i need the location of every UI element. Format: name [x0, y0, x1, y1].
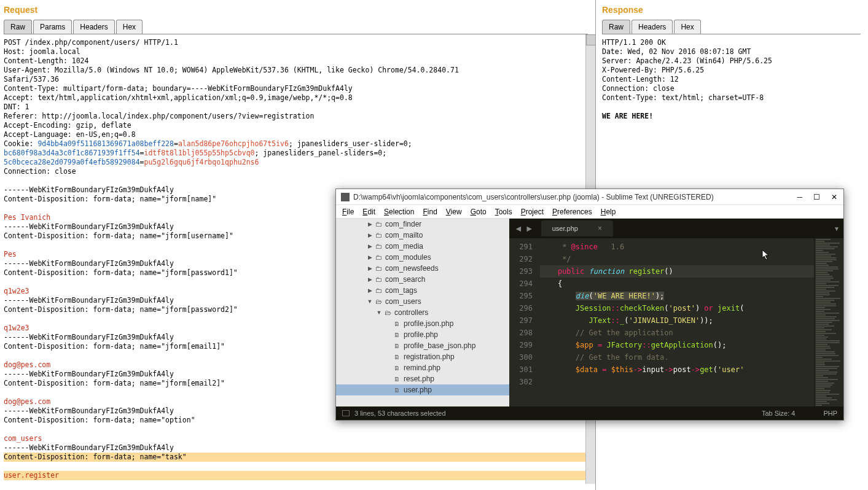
- file-icon: [393, 375, 401, 383]
- file-icon: [393, 342, 401, 349]
- folder-icon: [374, 231, 383, 239]
- expand-arrow-icon[interactable]: ▶: [367, 243, 373, 249]
- expand-arrow-icon[interactable]: ▼: [367, 298, 373, 305]
- folder-icon: [383, 309, 392, 316]
- editor-tabbar: ◄ ► user.php × ▼: [509, 219, 843, 238]
- folder-icon: [374, 265, 383, 272]
- editor-area: ◄ ► user.php × ▼ 29129229329429529629729…: [509, 219, 843, 406]
- menu-find[interactable]: Find: [423, 208, 437, 216]
- tree-file[interactable]: profile_base_json.php: [336, 340, 509, 351]
- file-icon: [393, 353, 401, 360]
- sublime-menubar: FileEditSelectionFindViewGotoToolsProjec…: [336, 205, 843, 219]
- minimap[interactable]: [814, 238, 843, 406]
- file-icon: [393, 364, 401, 371]
- expand-arrow-icon[interactable]: ▶: [367, 287, 373, 294]
- tree-file[interactable]: profile.json.php: [336, 318, 509, 329]
- expand-arrow-icon[interactable]: ▶: [367, 276, 373, 282]
- editor-tab-label: user.php: [552, 225, 578, 232]
- folder-icon: [374, 276, 383, 283]
- nav-forward-icon[interactable]: ►: [525, 224, 534, 233]
- tree-label: com_users: [385, 297, 421, 306]
- nav-back-icon[interactable]: ◄: [514, 224, 523, 233]
- tree-folder[interactable]: ▼controllers: [336, 307, 509, 318]
- tree-label: profile_base_json.php: [404, 341, 475, 350]
- tree-label: user.php: [404, 386, 432, 394]
- status-tabsize[interactable]: Tab Size: 4: [762, 410, 795, 417]
- file-icon: [393, 331, 401, 338]
- tree-label: reset.php: [404, 375, 434, 383]
- tree-file[interactable]: user.php: [336, 384, 509, 395]
- folder-icon: [374, 254, 383, 261]
- sublime-window: D:\wamp64\vh\joomla\components\com_users…: [335, 189, 844, 421]
- editor-tab[interactable]: user.php ×: [541, 220, 613, 236]
- status-language[interactable]: PHP: [823, 410, 837, 417]
- tree-folder[interactable]: ▶com_modules: [336, 252, 509, 263]
- folder-icon: [374, 298, 383, 305]
- sublime-titlebar[interactable]: D:\wamp64\vh\joomla\components\com_users…: [336, 189, 843, 205]
- tree-label: profile.json.php: [404, 319, 453, 328]
- chevron-down-icon[interactable]: ▼: [834, 225, 840, 232]
- tree-file[interactable]: reset.php: [336, 373, 509, 384]
- menu-view[interactable]: View: [446, 208, 462, 216]
- line-gutter: 291292293294295296297298299300301302: [509, 238, 538, 406]
- statusbar: 3 lines, 53 characters selected Tab Size…: [336, 406, 843, 420]
- menu-file[interactable]: File: [342, 208, 354, 216]
- tree-file[interactable]: profile.php: [336, 329, 509, 340]
- tree-folder[interactable]: ▶com_tags: [336, 285, 509, 296]
- menu-selection[interactable]: Selection: [384, 208, 414, 216]
- expand-arrow-icon[interactable]: ▶: [367, 232, 373, 238]
- tree-label: com_search: [385, 275, 425, 284]
- response-tabbar: RawHeadersHex: [602, 20, 861, 34]
- menu-help[interactable]: Help: [601, 208, 616, 216]
- tab-raw[interactable]: Raw: [4, 20, 32, 34]
- request-title: Request: [4, 5, 595, 15]
- tree-folder[interactable]: ▶com_finder: [336, 219, 509, 230]
- tree-folder[interactable]: ▼com_users: [336, 296, 509, 307]
- menu-edit[interactable]: Edit: [362, 208, 375, 216]
- folder-icon: [374, 220, 383, 228]
- tree-label: com_finder: [385, 220, 421, 228]
- tree-label: controllers: [394, 308, 428, 317]
- maximize-button[interactable]: ☐: [813, 193, 820, 201]
- tree-file[interactable]: registration.php: [336, 351, 509, 362]
- sublime-title-text: D:\wamp64\vh\joomla\components\com_users…: [353, 193, 797, 201]
- menu-tools[interactable]: Tools: [495, 208, 512, 216]
- tree-label: com_mailto: [385, 231, 423, 239]
- expand-arrow-icon[interactable]: ▶: [367, 265, 373, 271]
- file-tree[interactable]: ▶com_finder▶com_mailto▶com_media▶com_mod…: [336, 219, 509, 406]
- sublime-app-icon: [341, 193, 350, 201]
- minimize-button[interactable]: ─: [797, 193, 802, 201]
- menu-project[interactable]: Project: [521, 208, 544, 216]
- code-lines[interactable]: * @since 1.6 */ public function register…: [538, 238, 814, 406]
- tree-label: profile.php: [404, 330, 438, 339]
- tab-headers[interactable]: Headers: [73, 20, 114, 34]
- tab-hex[interactable]: Hex: [116, 20, 143, 34]
- folder-icon: [374, 243, 383, 250]
- tree-label: com_media: [385, 242, 423, 251]
- menu-goto[interactable]: Goto: [471, 208, 487, 216]
- code-view[interactable]: 291292293294295296297298299300301302 * @…: [509, 238, 843, 406]
- tree-file[interactable]: remind.php: [336, 362, 509, 373]
- tree-folder[interactable]: ▶com_newsfeeds: [336, 263, 509, 274]
- file-icon: [393, 320, 401, 327]
- folder-icon: [374, 287, 383, 294]
- tree-label: remind.php: [404, 364, 440, 372]
- panel-icon[interactable]: [342, 410, 350, 416]
- tree-folder[interactable]: ▶com_search: [336, 274, 509, 285]
- tree-folder[interactable]: ▶com_mailto: [336, 230, 509, 241]
- tab-params[interactable]: Params: [33, 20, 72, 34]
- tab-headers[interactable]: Headers: [631, 20, 673, 34]
- tree-label: com_modules: [385, 253, 431, 262]
- close-icon[interactable]: ×: [598, 224, 602, 233]
- menu-preferences[interactable]: Preferences: [552, 208, 592, 216]
- tab-raw[interactable]: Raw: [602, 20, 630, 34]
- tab-hex[interactable]: Hex: [674, 20, 700, 34]
- response-title: Response: [602, 5, 868, 15]
- expand-arrow-icon[interactable]: ▶: [367, 221, 373, 227]
- tree-folder[interactable]: ▶com_media: [336, 241, 509, 252]
- file-icon: [393, 386, 401, 394]
- expand-arrow-icon[interactable]: ▶: [367, 254, 373, 260]
- expand-arrow-icon[interactable]: ▼: [376, 309, 382, 316]
- status-selection: 3 lines, 53 characters selected: [354, 410, 446, 417]
- close-button[interactable]: ✕: [831, 193, 837, 201]
